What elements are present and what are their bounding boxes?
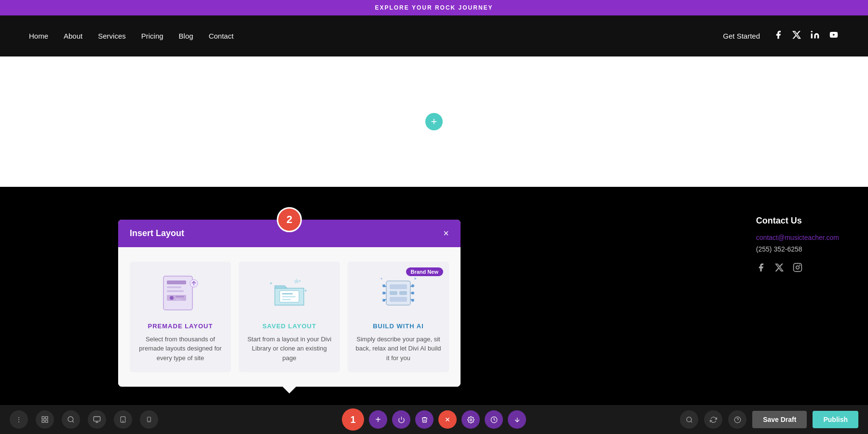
ai-layout-icon	[369, 271, 427, 315]
header-right: Get Started	[723, 30, 839, 42]
svg-point-57	[687, 417, 692, 421]
nav-pricing[interactable]: Pricing	[141, 32, 163, 40]
premade-layout-card[interactable]: PREMADE LAYOUT Select from thousands of …	[130, 262, 231, 373]
brand-new-badge: Brand New	[406, 267, 443, 276]
modal-number-badge: 2	[277, 207, 302, 232]
ai-layout-desc: Simply describe your page, sit back, rel…	[355, 335, 441, 363]
svg-rect-18	[282, 299, 291, 300]
modal-caret	[283, 387, 296, 393]
svg-rect-17	[282, 296, 296, 297]
tablet-view-button[interactable]	[114, 410, 132, 429]
settings-button[interactable]	[461, 410, 480, 429]
facebook-icon[interactable]	[773, 30, 783, 42]
svg-rect-42	[45, 417, 48, 419]
svg-point-40	[381, 278, 382, 279]
linkedin-icon[interactable]	[810, 30, 820, 42]
sort-button[interactable]	[508, 410, 526, 429]
svg-point-0	[811, 31, 813, 32]
saved-layout-icon	[260, 271, 318, 315]
banner-text: EXPLORE YOUR ROCK JOURNEY	[375, 4, 493, 11]
svg-rect-6	[167, 280, 186, 284]
layout-button[interactable]	[36, 410, 54, 429]
bottom-bar: ⋮ 1 +	[0, 405, 868, 434]
svg-rect-46	[94, 417, 100, 421]
clock-button[interactable]	[485, 410, 503, 429]
bottom-search-button[interactable]	[680, 410, 698, 429]
modal-close-button[interactable]: ×	[443, 228, 449, 238]
bottom-center-tools: 1 +	[342, 408, 526, 431]
svg-point-54	[470, 419, 472, 420]
desktop-view-button[interactable]	[88, 410, 106, 429]
insert-layout-modal: 2 Insert Layout ×	[118, 220, 461, 387]
modal-body: PREMADE LAYOUT Select from thousands of …	[118, 247, 461, 387]
add-section-button[interactable]: +	[425, 113, 443, 130]
svg-rect-16	[282, 293, 293, 294]
nav-blog[interactable]: Blog	[179, 32, 193, 40]
svg-rect-25	[399, 291, 407, 295]
mobile-view-button[interactable]	[140, 410, 158, 429]
modal-title: Insert Layout	[130, 228, 184, 238]
bottom-right-actions: Save Draft Publish	[680, 410, 858, 429]
main-nav: Home About Services Pricing Blog Contact	[29, 32, 233, 40]
premade-layout-desc: Select from thousands of premade layouts…	[137, 335, 223, 363]
save-draft-button[interactable]: Save Draft	[752, 411, 807, 428]
svg-point-50	[149, 421, 149, 421]
svg-rect-23	[390, 284, 407, 289]
social-icons	[773, 30, 839, 42]
power-button[interactable]	[392, 410, 410, 429]
close-button[interactable]	[438, 410, 457, 429]
svg-point-45	[68, 417, 73, 422]
trash-button[interactable]	[415, 410, 434, 429]
svg-rect-44	[45, 420, 48, 422]
nav-home[interactable]: Home	[29, 32, 48, 40]
search-button[interactable]	[62, 410, 80, 429]
svg-point-10	[170, 296, 174, 300]
premade-layout-icon	[151, 271, 209, 315]
twitter-icon[interactable]	[792, 30, 801, 42]
svg-rect-12	[176, 299, 181, 300]
svg-rect-41	[42, 417, 44, 419]
svg-rect-8	[167, 290, 184, 292]
svg-point-19	[270, 282, 272, 284]
svg-rect-26	[390, 297, 407, 302]
svg-rect-7	[167, 286, 181, 288]
top-banner: EXPLORE YOUR ROCK JOURNEY	[0, 0, 868, 15]
svg-rect-24	[390, 291, 397, 295]
add-module-button[interactable]: +	[369, 410, 387, 429]
bottom-left-tools: ⋮	[10, 410, 158, 429]
publish-button[interactable]: Publish	[813, 411, 858, 428]
svg-point-39	[414, 278, 416, 280]
get-started-link[interactable]: Get Started	[723, 32, 760, 40]
saved-layout-card[interactable]: SAVED LAYOUT Start from a layout in your…	[239, 262, 340, 373]
ai-layout-card[interactable]: Brand New	[348, 262, 449, 373]
svg-point-48	[122, 421, 123, 421]
nav-contact[interactable]: Contact	[209, 32, 234, 40]
youtube-icon[interactable]	[828, 30, 839, 42]
sync-button[interactable]	[704, 410, 722, 429]
menu-button[interactable]: ⋮	[10, 410, 28, 429]
main-content: +	[0, 56, 868, 187]
saved-layout-title: SAVED LAYOUT	[262, 322, 316, 330]
svg-rect-11	[176, 296, 184, 297]
svg-point-21	[305, 290, 307, 292]
saved-layout-desc: Start from a layout in your Divi Library…	[246, 335, 332, 363]
svg-rect-43	[42, 420, 44, 422]
premade-layout-title: PREMADE LAYOUT	[148, 322, 213, 330]
help-button[interactable]	[728, 410, 746, 429]
number-one-badge[interactable]: 1	[342, 408, 364, 431]
nav-about[interactable]: About	[64, 32, 82, 40]
ai-layout-title: BUILD WITH AI	[373, 322, 424, 330]
modal-overlay: 2 Insert Layout ×	[0, 187, 868, 405]
nav-services[interactable]: Services	[98, 32, 126, 40]
header: Home About Services Pricing Blog Contact…	[0, 15, 868, 56]
svg-point-20	[299, 280, 301, 281]
